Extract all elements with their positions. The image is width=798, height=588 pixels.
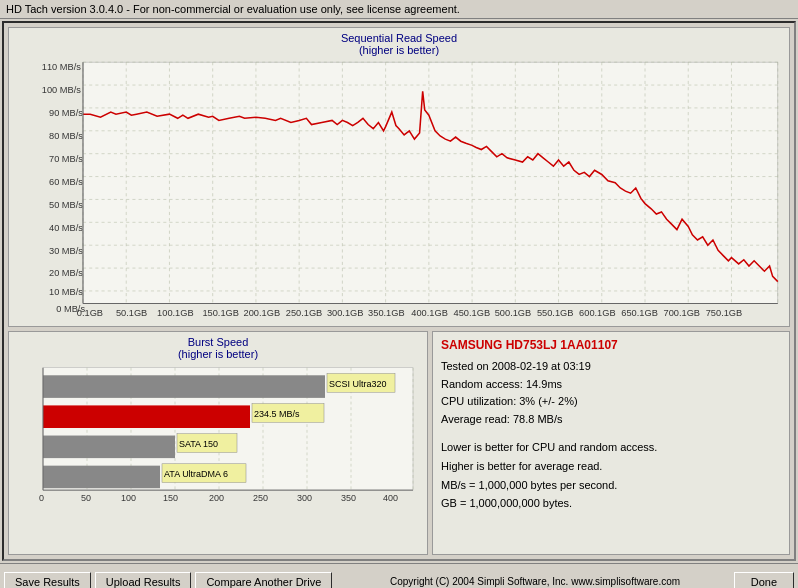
drive-stats: Tested on 2008-02-19 at 03:19 Random acc…: [441, 358, 781, 428]
svg-text:550.1GB: 550.1GB: [537, 308, 574, 318]
svg-text:600.1GB: 600.1GB: [579, 308, 616, 318]
upload-results-button[interactable]: Upload Results: [95, 572, 192, 589]
footer: Save Results Upload Results Compare Anot…: [0, 563, 798, 588]
done-button[interactable]: Done: [734, 572, 794, 589]
sequential-chart-svg: 110 MB/s 100 MB/s 90 MB/s 80 MB/s 70 MB/…: [13, 58, 785, 318]
burst-chart-svg: SCSI Ultra320 234.5 MB/s SATA 150 ATA Ul…: [13, 364, 423, 524]
svg-text:60 MB/s: 60 MB/s: [49, 177, 83, 187]
svg-text:10 MB/s: 10 MB/s: [49, 287, 83, 297]
svg-text:100 MB/s: 100 MB/s: [42, 85, 81, 95]
note-4: GB = 1,000,000,000 bytes.: [441, 494, 781, 513]
svg-text:650.1GB: 650.1GB: [621, 308, 658, 318]
svg-text:0.1GB: 0.1GB: [77, 308, 103, 318]
svg-text:30 MB/s: 30 MB/s: [49, 245, 83, 255]
stat-cpu: CPU utilization: 3% (+/- 2%): [441, 393, 781, 411]
svg-text:350: 350: [341, 494, 356, 504]
svg-text:150.1GB: 150.1GB: [202, 308, 239, 318]
svg-text:SATA 150: SATA 150: [179, 439, 218, 449]
svg-text:200.1GB: 200.1GB: [244, 308, 281, 318]
burst-chart-title: Burst Speed (higher is better): [13, 336, 423, 360]
svg-text:400.1GB: 400.1GB: [411, 308, 448, 318]
svg-text:400: 400: [383, 494, 398, 504]
svg-rect-74: [43, 436, 175, 459]
svg-text:350.1GB: 350.1GB: [368, 308, 405, 318]
svg-text:750.1GB: 750.1GB: [706, 308, 743, 318]
note-2: Higher is better for average read.: [441, 457, 781, 476]
burst-chart-panel: Burst Speed (higher is better): [8, 331, 428, 555]
drive-notes: Lower is better for CPU and random acces…: [441, 438, 781, 513]
svg-text:500.1GB: 500.1GB: [495, 308, 532, 318]
svg-text:450.1GB: 450.1GB: [454, 308, 491, 318]
svg-text:234.5 MB/s: 234.5 MB/s: [254, 409, 300, 419]
svg-text:50: 50: [81, 494, 91, 504]
main-container: Sequential Read Speed (higher is better)…: [2, 21, 796, 561]
svg-text:50.1GB: 50.1GB: [116, 308, 147, 318]
svg-text:200: 200: [209, 494, 224, 504]
bottom-section: Burst Speed (higher is better): [8, 331, 790, 555]
sequential-chart-title: Sequential Read Speed (higher is better): [13, 32, 785, 56]
svg-text:80 MB/s: 80 MB/s: [49, 131, 83, 141]
svg-text:40 MB/s: 40 MB/s: [49, 223, 83, 233]
svg-text:250.1GB: 250.1GB: [286, 308, 323, 318]
svg-text:150: 150: [163, 494, 178, 504]
svg-text:90 MB/s: 90 MB/s: [49, 108, 83, 118]
svg-text:100: 100: [121, 494, 136, 504]
svg-text:0: 0: [39, 494, 44, 504]
svg-text:20 MB/s: 20 MB/s: [49, 268, 83, 278]
sequential-chart-panel: Sequential Read Speed (higher is better)…: [8, 27, 790, 327]
svg-rect-12: [83, 62, 778, 303]
svg-rect-77: [43, 466, 160, 489]
note-3: MB/s = 1,000,000 bytes per second.: [441, 476, 781, 495]
stat-avg-read: Average read: 78.8 MB/s: [441, 411, 781, 429]
note-1: Lower is better for CPU and random acces…: [441, 438, 781, 457]
svg-text:300.1GB: 300.1GB: [327, 308, 364, 318]
svg-text:110 MB/s: 110 MB/s: [42, 62, 81, 72]
svg-text:100.1GB: 100.1GB: [157, 308, 194, 318]
svg-text:300: 300: [297, 494, 312, 504]
stat-random: Random access: 14.9ms: [441, 376, 781, 394]
info-panel: SAMSUNG HD753LJ 1AA01107 Tested on 2008-…: [432, 331, 790, 555]
copyright-text: Copyright (C) 2004 Simpli Software, Inc.…: [336, 576, 733, 587]
svg-text:700.1GB: 700.1GB: [664, 308, 701, 318]
compare-drive-button[interactable]: Compare Another Drive: [195, 572, 332, 589]
svg-text:250: 250: [253, 494, 268, 504]
stat-tested: Tested on 2008-02-19 at 03:19: [441, 358, 781, 376]
svg-text:ATA UltraDMA 6: ATA UltraDMA 6: [164, 469, 228, 479]
svg-rect-71: [43, 405, 250, 428]
save-results-button[interactable]: Save Results: [4, 572, 91, 589]
title-bar: HD Tach version 3.0.4.0 - For non-commer…: [0, 0, 798, 19]
svg-text:50 MB/s: 50 MB/s: [49, 200, 83, 210]
title-text: HD Tach version 3.0.4.0 - For non-commer…: [6, 3, 460, 15]
svg-text:SCSI Ultra320: SCSI Ultra320: [329, 379, 387, 389]
drive-name: SAMSUNG HD753LJ 1AA01107: [441, 338, 781, 352]
svg-rect-68: [43, 375, 325, 398]
svg-text:70 MB/s: 70 MB/s: [49, 154, 83, 164]
